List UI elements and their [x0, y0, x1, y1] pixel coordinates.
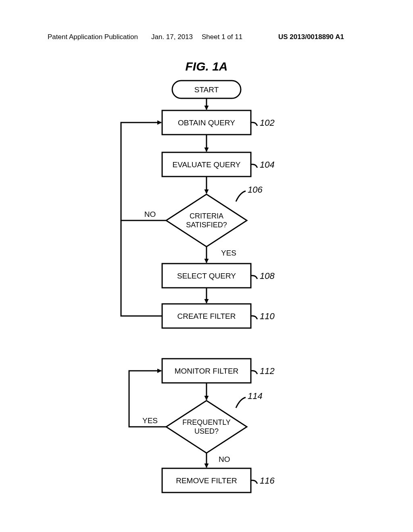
label-114-no: NO [219, 455, 230, 463]
ref-104: 104 [260, 160, 275, 170]
ref-114-leader [236, 397, 246, 408]
decision-114-l2: USED? [194, 427, 219, 435]
decision-106 [166, 194, 247, 247]
label-106-no: NO [144, 210, 156, 218]
decision-114-l1: FREQUENTLY [182, 418, 231, 426]
label-114-yes: YES [142, 416, 158, 425]
ref-116: 116 [260, 476, 275, 486]
arrow-106-no [121, 123, 166, 220]
ref-112-leader [251, 371, 257, 374]
ref-106-leader [236, 191, 246, 202]
ref-108: 108 [260, 271, 275, 281]
flowchart: START OBTAIN QUERY 102 EVALUATE QUERY 10… [0, 0, 413, 532]
step-104-label: EVALUATE QUERY [173, 160, 241, 169]
ref-102: 102 [260, 118, 275, 128]
step-108-label: SELECT QUERY [177, 272, 236, 280]
label-106-yes: YES [221, 249, 236, 257]
ref-112: 112 [260, 366, 275, 376]
step-112-label: MONITOR FILTER [175, 367, 239, 375]
terminator-start-label: START [194, 85, 219, 94]
page: Patent Application Publication Jan. 17, … [0, 0, 413, 532]
ref-116-leader [251, 480, 257, 484]
ref-106: 106 [248, 185, 263, 195]
ref-114: 114 [248, 391, 263, 401]
arrow-110-loop [121, 220, 162, 316]
ref-110-leader [251, 316, 257, 319]
ref-108-leader [251, 276, 257, 279]
decision-106-l1: CRITERIA [190, 212, 223, 220]
step-110-label: CREATE FILTER [177, 312, 236, 320]
ref-104-leader [251, 164, 257, 168]
step-102-label: OBTAIN QUERY [178, 118, 235, 127]
decision-114 [166, 401, 247, 453]
ref-102-leader [251, 123, 257, 126]
decision-106-l2: SATISFIED? [186, 221, 227, 229]
ref-110: 110 [260, 311, 275, 321]
step-116-label: REMOVE FILTER [176, 476, 237, 485]
